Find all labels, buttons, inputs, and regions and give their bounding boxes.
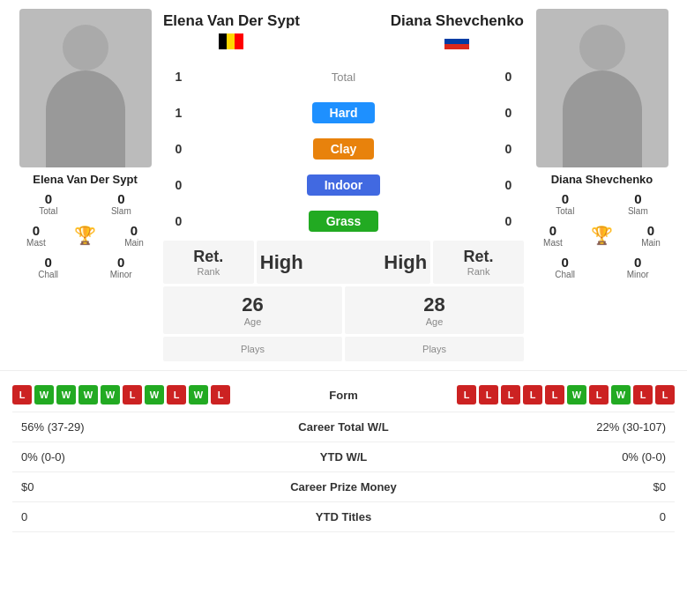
right-stats-row3: 0 Chall 0 Minor: [529, 253, 675, 281]
stats-right-3: 0: [498, 510, 675, 523]
comparison-wrapper: Elena Van Der Sypt 0 Total 0 Slam 0 M: [0, 0, 687, 370]
right-form-badges: LLLLLWLWLL: [457, 385, 675, 404]
stats-left-3: 0: [12, 510, 189, 523]
form-badge-right-form-badges-4: L: [545, 385, 564, 404]
left-age-value: 26: [167, 293, 339, 316]
left-rank-box: Ret. Rank: [163, 241, 254, 284]
surface-row-grass: 0 Grass 0: [163, 204, 524, 238]
form-badge-right-form-badges-0: L: [457, 385, 476, 404]
left-trophy-container: 🏆: [74, 221, 96, 249]
left-stat-mast: 0 Mast: [26, 221, 46, 249]
right-age-value: 28: [348, 293, 520, 316]
form-badge-right-form-badges-2: L: [501, 385, 520, 404]
surface-badge-container-2: Indoor: [194, 174, 493, 196]
right-total-label: Total: [556, 206, 574, 216]
right-avatar-body: [563, 71, 642, 167]
right-mast-label: Mast: [543, 238, 563, 248]
left-flag: [219, 33, 243, 49]
total-label: Total: [332, 71, 355, 84]
surface-badge-3: Grass: [309, 211, 379, 232]
form-badge-right-form-badges-3: L: [523, 385, 542, 404]
form-badge-right-form-badges-8: L: [633, 385, 653, 404]
names-header: Elena Van Der Sypt Diana Shevchenko: [163, 9, 524, 53]
left-main-value: 0: [131, 223, 138, 238]
form-badge-left-form-badges-5: L: [123, 385, 142, 404]
surface-left-1: 0: [163, 142, 194, 156]
surface-right-1: 0: [493, 142, 524, 156]
left-rank-value: Ret.: [167, 248, 250, 266]
right-player-name: Diana Shevchenko: [551, 173, 653, 186]
main-container: Elena Van Der Sypt 0 Total 0 Slam 0 M: [0, 0, 687, 539]
form-badge-right-form-badges-5: W: [567, 385, 586, 404]
form-badge-left-form-badges-8: W: [189, 385, 208, 404]
right-plays-label: Plays: [348, 344, 520, 354]
right-high-value: High: [384, 251, 427, 274]
form-badge-right-form-badges-6: L: [589, 385, 609, 404]
stats-right-2: $0: [498, 480, 675, 494]
high-comparison-box: High High: [257, 241, 431, 284]
right-rank-label: Rank: [437, 266, 520, 277]
stats-row-2: $0 Career Prize Money $0: [12, 472, 675, 502]
right-stats-row2: 0 Mast 🏆 0 Main: [529, 221, 675, 249]
surface-badge-0: Hard: [312, 102, 376, 123]
right-slam-label: Slam: [628, 206, 648, 216]
stats-label-2: Career Prize Money: [273, 480, 414, 494]
stats-label-1: YTD W/L: [273, 450, 414, 464]
total-right-val: 0: [493, 70, 524, 84]
right-card-inner: Diana Shevchenko 0 Total 0 Slam 0 Mast: [529, 9, 675, 281]
left-age-box: 26 Age: [163, 286, 342, 334]
surface-badge-container-3: Grass: [194, 211, 493, 232]
left-total-label: Total: [39, 206, 57, 216]
surface-right-3: 0: [493, 214, 524, 228]
total-left-val: 1: [163, 70, 194, 84]
left-name-header: Elena Van Der Sypt: [163, 9, 300, 53]
form-badge-right-form-badges-7: W: [611, 385, 631, 404]
form-badge-left-form-badges-3: W: [78, 385, 98, 404]
left-player-block: Elena Van Der Sypt 0 Total 0 Slam 0 M: [12, 9, 158, 361]
form-badge-left-form-badges-6: W: [145, 385, 164, 404]
left-minor-label: Minor: [110, 270, 132, 279]
form-label: Form: [282, 389, 406, 402]
form-badge-left-form-badges-7: L: [167, 385, 186, 404]
center-block: Elena Van Der Sypt Diana Shevchenko 1 To…: [163, 9, 524, 361]
right-mast-value: 0: [549, 223, 556, 238]
left-plays-box: Plays: [163, 337, 342, 361]
age-row: 26 Age 28 Age: [163, 286, 524, 334]
right-stats-row1: 0 Total 0 Slam: [529, 189, 675, 218]
form-row: LWWWWLWLWL Form LLLLLWLWLL: [12, 378, 675, 412]
right-total-value: 0: [562, 191, 569, 206]
form-badge-left-form-badges-0: L: [12, 385, 32, 404]
form-badge-left-form-badges-4: W: [101, 385, 120, 404]
left-minor-value: 0: [117, 255, 124, 270]
right-chall-value: 0: [562, 255, 569, 270]
right-name-header: Diana Shevchenko: [391, 9, 524, 53]
left-stat-total: 0 Total: [39, 189, 57, 218]
surface-left-3: 0: [163, 214, 194, 228]
surface-left-2: 0: [163, 178, 194, 192]
surface-rows-container: 1 Hard 0 0 Clay 0 0 Indoor 0 0 Grass 0: [163, 96, 524, 238]
right-avatar-head: [579, 25, 625, 71]
rank-high-row: Ret. Rank High High Ret. Rank: [163, 241, 524, 284]
right-stat-mast: 0 Mast: [543, 221, 563, 249]
left-player-avatar: [19, 9, 152, 167]
right-player-block: Diana Shevchenko 0 Total 0 Slam 0 Mast: [529, 9, 675, 361]
left-header-name: Elena Van Der Sypt: [163, 12, 300, 30]
right-minor-label: Minor: [627, 270, 649, 279]
left-stat-chall: 0 Chall: [38, 253, 58, 281]
left-player-name: Elena Van Der Sypt: [33, 173, 138, 186]
left-stats-row2: 0 Mast 🏆 0 Main: [12, 221, 158, 249]
stats-row-0: 56% (37-29) Career Total W/L 22% (30-107…: [12, 412, 675, 442]
left-slam-label: Slam: [111, 206, 131, 216]
surface-badge-2: Indoor: [307, 174, 381, 196]
form-badge-left-form-badges-1: W: [34, 385, 54, 404]
surface-row-clay: 0 Clay 0: [163, 132, 524, 166]
left-avatar-head: [63, 25, 108, 71]
total-comparison-row: 1 Total 0: [163, 60, 524, 93]
right-stat-chall: 0 Chall: [555, 253, 575, 281]
bottom-section: LWWWWLWLWL Form LLLLLWLWLL 56% (37-29) C…: [0, 370, 687, 539]
left-stats-row3: 0 Chall 0 Minor: [12, 253, 158, 281]
total-badge-container: Total: [194, 69, 493, 85]
stats-row-3: 0 YTD Titles 0: [12, 502, 675, 532]
surface-badge-1: Clay: [313, 138, 375, 160]
surface-right-2: 0: [493, 178, 524, 192]
